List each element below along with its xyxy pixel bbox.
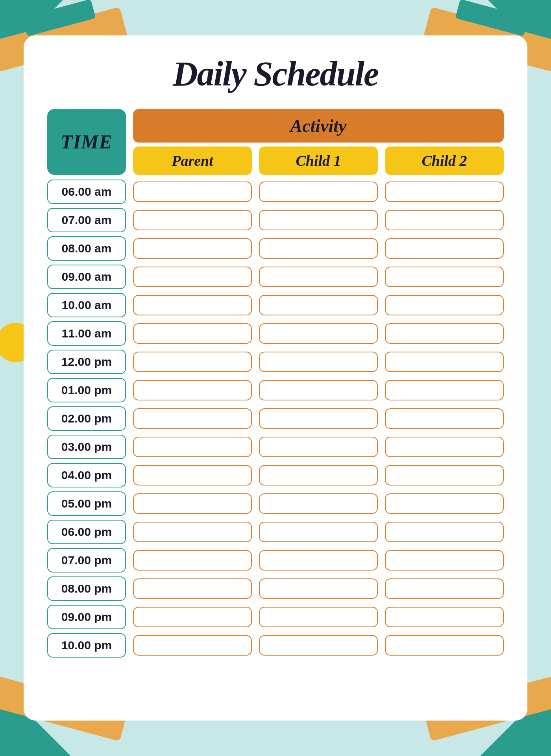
time-slot-label: 02.00 pm bbox=[61, 412, 112, 425]
time-slot-label: 07.00 pm bbox=[61, 554, 112, 567]
time-cell-3: 09.00 am bbox=[47, 265, 126, 289]
activity-cell-parent-7[interactable] bbox=[133, 380, 252, 400]
activity-cell-parent-1[interactable] bbox=[133, 210, 252, 230]
time-cell-12: 06.00 pm bbox=[47, 520, 126, 544]
activity-cell-child2-7[interactable] bbox=[385, 380, 504, 400]
table-row: 10.00 pm bbox=[47, 633, 504, 658]
activity-cells bbox=[133, 408, 504, 429]
activity-cell-child1-6[interactable] bbox=[259, 352, 378, 372]
activity-cells bbox=[133, 323, 504, 344]
activity-header-label: Activity bbox=[290, 116, 346, 136]
activity-cell-parent-3[interactable] bbox=[133, 267, 252, 287]
activity-cell-child2-12[interactable] bbox=[385, 522, 504, 542]
time-slot-label: 08.00 am bbox=[62, 242, 112, 255]
activity-cells bbox=[133, 635, 504, 656]
activity-cell-child2-14[interactable] bbox=[385, 578, 504, 599]
activity-cell-child1-7[interactable] bbox=[259, 380, 378, 400]
activity-cell-child1-2[interactable] bbox=[259, 238, 378, 259]
activity-cell-parent-10[interactable] bbox=[133, 465, 252, 485]
column-header-parent: Parent bbox=[133, 146, 252, 175]
activity-cell-child1-4[interactable] bbox=[259, 295, 378, 315]
activity-cell-parent-11[interactable] bbox=[133, 493, 252, 514]
time-cell-16: 10.00 pm bbox=[47, 633, 126, 658]
table-row: 09.00 am bbox=[47, 265, 504, 289]
activity-cell-parent-15[interactable] bbox=[133, 607, 252, 627]
activity-cell-child2-9[interactable] bbox=[385, 437, 504, 457]
time-slot-label: 05.00 pm bbox=[61, 497, 112, 510]
time-slot-label: 09.00 pm bbox=[61, 610, 112, 623]
activity-cell-child1-3[interactable] bbox=[259, 267, 378, 287]
activity-cell-child1-5[interactable] bbox=[259, 323, 378, 344]
activity-cell-child2-2[interactable] bbox=[385, 238, 504, 259]
activity-cell-parent-4[interactable] bbox=[133, 295, 252, 315]
time-slot-label: 04.00 pm bbox=[61, 469, 112, 482]
table-row: 06.00 am bbox=[47, 180, 504, 204]
table-row: 10.00 am bbox=[47, 293, 504, 317]
activity-cell-child2-11[interactable] bbox=[385, 493, 504, 514]
table-row: 09.00 pm bbox=[47, 605, 504, 629]
activity-cell-parent-16[interactable] bbox=[133, 635, 252, 656]
activity-cell-child2-10[interactable] bbox=[385, 465, 504, 485]
activity-cell-child2-15[interactable] bbox=[385, 607, 504, 627]
activity-cell-child1-15[interactable] bbox=[259, 607, 378, 627]
activity-cell-child2-5[interactable] bbox=[385, 323, 504, 344]
time-slot-label: 01.00 pm bbox=[61, 384, 112, 397]
schedule-container: TIME Activity Parent Child 1 Child 2 bbox=[47, 109, 504, 658]
activity-cells bbox=[133, 550, 504, 571]
activity-cell-child1-10[interactable] bbox=[259, 465, 378, 485]
time-cell-4: 10.00 am bbox=[47, 293, 126, 317]
activity-cell-child2-13[interactable] bbox=[385, 550, 504, 571]
time-slot-label: 06.00 pm bbox=[61, 525, 112, 538]
bg-teal-stripe-topleft bbox=[22, 0, 96, 36]
activity-cells bbox=[133, 607, 504, 627]
activity-cell-parent-9[interactable] bbox=[133, 437, 252, 457]
activity-cell-child1-9[interactable] bbox=[259, 437, 378, 457]
time-header-label: TIME bbox=[61, 130, 113, 153]
time-slot-label: 08.00 pm bbox=[61, 582, 112, 595]
time-slot-label: 09.00 am bbox=[62, 270, 112, 283]
activity-cell-parent-0[interactable] bbox=[133, 182, 252, 202]
time-cell-8: 02.00 pm bbox=[47, 406, 126, 431]
activity-cell-child1-1[interactable] bbox=[259, 210, 378, 230]
activity-cell-child2-4[interactable] bbox=[385, 295, 504, 315]
activity-cell-child1-13[interactable] bbox=[259, 550, 378, 571]
activity-cell-child2-16[interactable] bbox=[385, 635, 504, 656]
activity-cell-child1-16[interactable] bbox=[259, 635, 378, 656]
activity-cell-child1-0[interactable] bbox=[259, 182, 378, 202]
activity-cell-child2-8[interactable] bbox=[385, 408, 504, 429]
activity-cell-parent-6[interactable] bbox=[133, 352, 252, 372]
activity-cells bbox=[133, 437, 504, 457]
table-row: 08.00 am bbox=[47, 236, 504, 261]
activity-cell-child2-0[interactable] bbox=[385, 182, 504, 202]
table-row: 03.00 pm bbox=[47, 435, 504, 459]
activity-cell-child2-6[interactable] bbox=[385, 352, 504, 372]
activity-cell-parent-5[interactable] bbox=[133, 323, 252, 344]
time-cell-10: 04.00 pm bbox=[47, 463, 126, 487]
activity-cell-parent-12[interactable] bbox=[133, 522, 252, 542]
activity-cell-child1-11[interactable] bbox=[259, 493, 378, 514]
activity-cell-child1-8[interactable] bbox=[259, 408, 378, 429]
bg-teal-stripe-topright bbox=[455, 0, 529, 36]
time-slot-label: 12.00 pm bbox=[61, 355, 112, 368]
activity-cell-child2-3[interactable] bbox=[385, 267, 504, 287]
time-cell-9: 03.00 pm bbox=[47, 435, 126, 459]
activity-cell-child1-12[interactable] bbox=[259, 522, 378, 542]
column-header-child2: Child 2 bbox=[385, 146, 504, 175]
time-slot-label: 10.00 am bbox=[62, 298, 112, 311]
activity-cell-parent-2[interactable] bbox=[133, 238, 252, 259]
activity-cells bbox=[133, 493, 504, 514]
activity-cells bbox=[133, 295, 504, 315]
table-row: 12.00 pm bbox=[47, 350, 504, 374]
activity-cell-parent-13[interactable] bbox=[133, 550, 252, 571]
time-slot-label: 11.00 am bbox=[62, 327, 112, 340]
activity-cells bbox=[133, 238, 504, 259]
activity-cell-child1-14[interactable] bbox=[259, 578, 378, 599]
table-row: 05.00 pm bbox=[47, 491, 504, 516]
time-cell-13: 07.00 pm bbox=[47, 548, 126, 573]
column-child1-label: Child 1 bbox=[296, 152, 341, 169]
page-title: Daily Schedule bbox=[47, 55, 504, 93]
main-card: Daily Schedule TIME Activity Parent Chil… bbox=[24, 35, 527, 721]
activity-cell-child2-1[interactable] bbox=[385, 210, 504, 230]
activity-cell-parent-14[interactable] bbox=[133, 578, 252, 599]
activity-cell-parent-8[interactable] bbox=[133, 408, 252, 429]
